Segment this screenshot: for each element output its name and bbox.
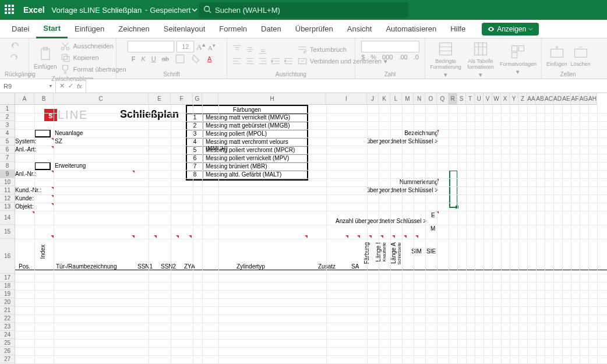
accept-formula-icon[interactable]: ✓ <box>68 82 73 90</box>
column-header-O[interactable]: O <box>425 93 437 105</box>
align-bottom-icon[interactable] <box>257 44 268 55</box>
column-header-Z[interactable]: Z <box>518 93 527 105</box>
column-header-Q[interactable]: Q <box>437 93 449 105</box>
row-header-13[interactable]: 13 <box>0 203 15 211</box>
column-header-AG[interactable]: AG <box>580 93 588 105</box>
column-header-AF[interactable]: AF <box>571 93 580 105</box>
underline-button[interactable]: U <box>151 55 156 62</box>
column-header- [interactable] <box>202 93 218 105</box>
grow-font-icon[interactable]: A▴ <box>196 41 205 52</box>
fx-icon[interactable]: fx <box>77 83 82 90</box>
column-header-M[interactable]: M <box>402 93 414 105</box>
tab-hilfe[interactable]: Hilfe <box>443 20 472 38</box>
redo-icon[interactable] <box>9 52 20 63</box>
column-header-F[interactable]: F <box>171 93 193 105</box>
column-header-J[interactable]: J <box>367 93 379 105</box>
border-icon[interactable] <box>175 54 185 64</box>
row-header-7[interactable]: 7 <box>0 154 15 162</box>
row-header-23[interactable]: 23 <box>0 323 15 331</box>
column-header-W[interactable]: W <box>492 93 501 105</box>
row-header-11[interactable]: 11 <box>0 186 15 195</box>
search-input[interactable] <box>199 2 408 17</box>
font-color-button[interactable]: A <box>207 55 211 62</box>
comma-button[interactable]: 000 <box>382 54 393 61</box>
column-header-V[interactable]: V <box>484 93 492 105</box>
erweiterung-checkbox[interactable] <box>34 162 51 170</box>
insert-cells-button[interactable]: Einfügen <box>546 44 567 67</box>
column-header-X[interactable]: X <box>501 93 510 105</box>
align-right-icon[interactable] <box>257 56 268 66</box>
row-header-6[interactable]: 6 <box>0 146 15 154</box>
strike-button[interactable]: ab <box>162 55 169 62</box>
align-left-icon[interactable] <box>232 56 242 66</box>
row-header-10[interactable]: 10 <box>0 178 15 186</box>
row-header-19[interactable]: 19 <box>0 290 15 298</box>
neuanlage-checkbox[interactable] <box>34 129 51 137</box>
font-family-select[interactable] <box>128 41 174 52</box>
column-header-G[interactable]: G <box>193 93 202 105</box>
column-header-AD[interactable]: AD <box>553 93 562 105</box>
row-header-15[interactable]: 15 <box>0 225 15 239</box>
shrink-font-icon[interactable]: A▾ <box>208 42 216 51</box>
tab-datei[interactable]: Datei <box>5 20 36 38</box>
row-header-14[interactable]: 14 <box>0 211 15 225</box>
anzeigen-button[interactable]: Anzeigen <box>482 23 539 36</box>
row-header-20[interactable]: 20 <box>0 298 15 306</box>
column-header-AA[interactable]: AA <box>527 93 536 105</box>
tab-start[interactable]: Start <box>36 20 68 38</box>
tab-ansicht[interactable]: Ansicht <box>340 20 379 38</box>
select-all-corner[interactable] <box>0 93 15 105</box>
align-middle-icon[interactable] <box>245 44 255 55</box>
row-header-22[interactable]: 22 <box>0 314 15 323</box>
column-header-AC[interactable]: AC <box>545 93 553 105</box>
tab-automatisieren[interactable]: Automatisieren <box>379 20 443 38</box>
undo-icon[interactable] <box>9 41 20 51</box>
column-header-A[interactable]: A <box>15 93 34 105</box>
row-header-17[interactable]: 17 <box>0 274 15 282</box>
row-header-3[interactable]: 3 <box>0 121 15 129</box>
column-header-K[interactable]: K <box>379 93 390 105</box>
decrease-decimal-button[interactable]: .0 <box>414 54 419 61</box>
doc-name[interactable]: Vorlage sLINE Schließplan <box>52 6 142 15</box>
percent-button[interactable]: % <box>370 54 376 61</box>
column-header-Y[interactable]: Y <box>510 93 518 105</box>
row-header-4[interactable]: 4 <box>0 129 15 137</box>
row-header-21[interactable]: 21 <box>0 306 15 314</box>
tab-ueberpruefen[interactable]: Überprüfen <box>288 20 340 38</box>
sheet-area[interactable]: s LINE Schließplan Neuanlage System: SZ … <box>15 105 607 364</box>
row-header-9[interactable]: 9 <box>0 170 15 178</box>
app-launcher-icon[interactable] <box>5 5 15 15</box>
bold-button[interactable]: F <box>132 55 136 62</box>
row-header-2[interactable]: 2 <box>0 113 15 121</box>
tab-zeichnen[interactable]: Zeichnen <box>111 20 156 38</box>
font-size-select[interactable]: 12 <box>177 41 194 52</box>
row-header-12[interactable]: 12 <box>0 195 15 203</box>
number-format-select[interactable] <box>361 41 419 52</box>
tab-daten[interactable]: Daten <box>254 20 288 38</box>
tab-seitenlayout[interactable]: Seitenlayout <box>157 20 213 38</box>
row-header-27[interactable]: 27 <box>0 355 15 363</box>
tab-einfuegen[interactable]: Einfügen <box>68 20 111 38</box>
fill-color-icon[interactable] <box>191 54 202 64</box>
column-header-N[interactable]: N <box>414 93 425 105</box>
save-state[interactable]: Gespeichert <box>150 6 190 15</box>
column-header-AE[interactable]: AE <box>562 93 571 105</box>
row-header-1[interactable]: 1 <box>0 105 15 113</box>
indent-out-icon[interactable] <box>270 56 281 66</box>
indent-in-icon[interactable] <box>283 56 294 66</box>
cancel-formula-icon[interactable]: ✕ <box>59 82 65 90</box>
column-header-C[interactable]: C <box>54 93 149 105</box>
column-header-AH[interactable]: AH <box>588 93 597 105</box>
row-header-18[interactable]: 18 <box>0 282 15 290</box>
column-header-R[interactable]: R <box>449 93 457 105</box>
tab-formeln[interactable]: Formeln <box>212 20 254 38</box>
paste-icon[interactable] <box>37 46 54 62</box>
row-header-25[interactable]: 25 <box>0 339 15 347</box>
name-box[interactable]: R9▾ <box>0 79 56 93</box>
row-header-5[interactable]: 5 <box>0 137 15 146</box>
column-header-L[interactable]: L <box>390 93 402 105</box>
column-header-I[interactable]: I <box>326 93 367 105</box>
column-header-T[interactable]: T <box>466 93 475 105</box>
column-header-U[interactable]: U <box>475 93 484 105</box>
row-header-26[interactable]: 26 <box>0 347 15 355</box>
